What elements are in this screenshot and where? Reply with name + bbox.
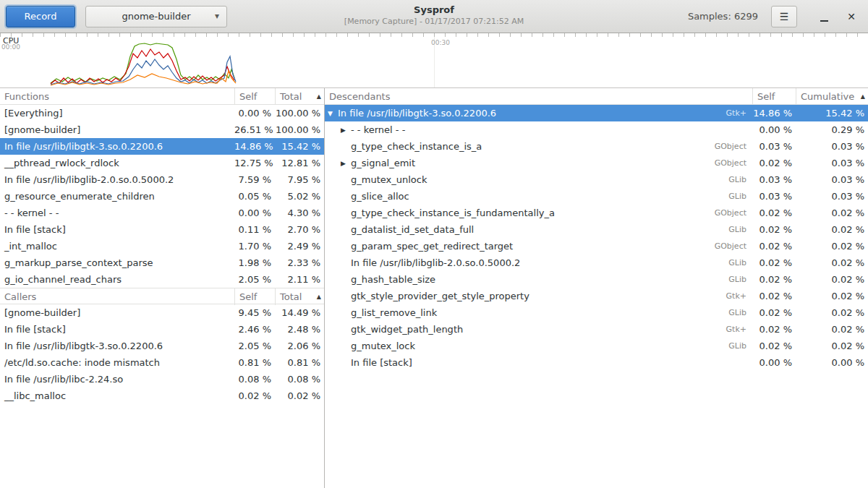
content-panes: Functions Self Total ▲ [Everything]0.00 …	[0, 88, 868, 488]
self-value: 26.51 %	[234, 124, 275, 135]
tree-row[interactable]: g_list_remove_linkGLib0.02 %0.02 %	[325, 304, 868, 321]
tree-row[interactable]: g_param_spec_get_redirect_targetGObject0…	[325, 238, 868, 254]
expander-icon[interactable]: ▶	[341, 127, 351, 134]
tree-row[interactable]: gtk_widget_path_lengthGtk+0.02 %0.02 %	[325, 321, 868, 338]
callers-column-header[interactable]: Callers	[0, 291, 234, 302]
menu-button[interactable]: ☰	[771, 6, 797, 27]
tree-row[interactable]: g_datalist_id_set_data_fullGLib0.02 %0.0…	[325, 221, 868, 238]
minimize-icon	[820, 20, 828, 22]
table-row[interactable]: [gnome-builder]9.45 %14.49 %	[0, 304, 324, 321]
minimize-button[interactable]	[813, 6, 835, 27]
table-row[interactable]: In file /usr/lib/libgtk-3.so.0.2200.614.…	[0, 138, 324, 155]
tree-row[interactable]: g_mutex_lockGLib0.02 %0.02 %	[325, 338, 868, 354]
callers-total-column-header[interactable]: Total ▲	[275, 288, 324, 305]
process-selector-label: gnome-builder	[122, 11, 190, 22]
library-badge: GObject	[702, 208, 752, 218]
descendants-cumulative-column-header[interactable]: Cumulative ▲	[796, 88, 868, 105]
tree-row[interactable]: g_hash_table_sizeGLib0.02 %0.02 %	[325, 271, 868, 288]
samples-count: Samples: 6299	[688, 11, 758, 22]
self-value: 0.02 %	[752, 257, 796, 268]
callers-total-column-label: Total	[280, 291, 302, 302]
self-value: 14.86 %	[752, 108, 796, 119]
total-value: 0.08 %	[275, 374, 324, 385]
self-value: 1.70 %	[234, 241, 275, 252]
expander-icon[interactable]: ▶	[341, 160, 351, 167]
table-row[interactable]: g_markup_parse_context_parse1.98 %2.33 %	[0, 254, 324, 271]
tree-row[interactable]: g_slice_allocGLib0.03 %0.03 %	[325, 188, 868, 205]
table-row[interactable]: In file /usr/lib/libgtk-3.so.0.2200.62.0…	[0, 338, 324, 354]
table-row[interactable]: [Everything]0.00 %100.00 %	[0, 105, 324, 121]
function-name: g_datalist_id_set_data_full	[351, 224, 474, 235]
descendants-column-header[interactable]: Descendants	[325, 91, 752, 102]
table-row[interactable]: In file /usr/lib/libc-2.24.so0.08 %0.08 …	[0, 371, 324, 388]
tree-row[interactable]: g_mutex_unlockGLib0.03 %0.03 %	[325, 171, 868, 188]
tree-row[interactable]: g_type_check_instance_is_fundamentally_a…	[325, 205, 868, 221]
function-name: In file /usr/lib/libglib-2.0.so.0.5000.2	[0, 174, 234, 185]
functions-self-column-header[interactable]: Self	[234, 88, 275, 105]
self-value: 0.08 %	[234, 374, 275, 385]
function-name: In file /usr/lib/libgtk-3.so.0.2200.6	[0, 341, 234, 351]
process-selector[interactable]: gnome-builder ▾	[85, 6, 227, 27]
tree-row[interactable]: ▶g_signal_emitGObject0.02 %0.03 %	[325, 155, 868, 171]
table-row[interactable]: - - kernel - -0.00 %4.30 %	[0, 205, 324, 221]
table-row[interactable]: [gnome-builder]26.51 %100.00 %	[0, 121, 324, 138]
total-value: 4.30 %	[275, 207, 324, 218]
descendant-name-cell: g_mutex_unlock	[325, 174, 702, 185]
library-badge: GLib	[702, 225, 752, 234]
sort-indicator-icon: ▲	[317, 294, 321, 300]
self-value: 2.05 %	[234, 341, 275, 351]
function-name: g_markup_parse_context_parse	[0, 257, 234, 268]
cumulative-value: 0.02 %	[796, 307, 868, 318]
self-value: 0.03 %	[752, 174, 796, 185]
cumulative-value: 0.03 %	[796, 191, 868, 202]
function-name: g_mutex_lock	[351, 341, 415, 351]
self-value: 0.05 %	[234, 191, 275, 202]
functions-total-column-header[interactable]: Total ▲	[275, 88, 324, 105]
total-value: 100.00 %	[275, 108, 324, 119]
table-row[interactable]: In file /usr/lib/libglib-2.0.so.0.5000.2…	[0, 171, 324, 188]
tree-row[interactable]: g_type_check_instance_is_aGObject0.03 %0…	[325, 138, 868, 155]
function-name: gtk_style_provider_get_style_property	[351, 291, 529, 301]
self-value: 0.00 %	[234, 207, 275, 218]
table-row[interactable]: /etc/ld.so.cache: inode mismatch0.81 %0.…	[0, 354, 324, 371]
tree-row[interactable]: In file /usr/lib/libglib-2.0.so.0.5000.2…	[325, 254, 868, 271]
table-row[interactable]: g_io_channel_read_chars2.05 %2.11 %	[0, 271, 324, 288]
table-row[interactable]: In file [stack]2.46 %2.48 %	[0, 321, 324, 338]
close-icon: ✕	[847, 11, 856, 22]
sysprof-window: Record gnome-builder ▾ Sysprof [Memory C…	[0, 0, 868, 488]
tree-row[interactable]: In file [stack]0.00 %0.00 %	[325, 354, 868, 371]
right-pane: Descendants Self Cumulative ▲ ▼In file /…	[325, 88, 868, 488]
library-badge: GLib	[702, 258, 752, 267]
table-row[interactable]: _int_malloc1.70 %2.49 %	[0, 238, 324, 254]
descendants-list: ▼In file /usr/lib/libgtk-3.so.0.2200.6Gt…	[325, 105, 868, 371]
function-name: g_io_channel_read_chars	[0, 274, 234, 285]
callers-self-column-header[interactable]: Self	[234, 288, 275, 305]
sort-indicator-icon: ▲	[861, 93, 865, 100]
function-name: g_type_check_instance_is_fundamentally_a	[351, 207, 555, 218]
left-pane: Functions Self Total ▲ [Everything]0.00 …	[0, 88, 325, 488]
self-value: 0.02 %	[752, 324, 796, 335]
descendant-name-cell: g_type_check_instance_is_a	[325, 141, 702, 152]
tree-row[interactable]: ▶- - kernel - -0.00 %0.29 %	[325, 121, 868, 138]
close-button[interactable]: ✕	[841, 6, 862, 27]
table-row[interactable]: In file [stack]0.11 %2.70 %	[0, 221, 324, 238]
table-row[interactable]: g_resource_enumerate_children0.05 %5.02 …	[0, 188, 324, 205]
table-row[interactable]: __libc_malloc0.02 %0.02 %	[0, 388, 324, 404]
cumulative-value: 0.02 %	[796, 274, 868, 285]
function-name: g_type_check_instance_is_a	[351, 141, 482, 152]
table-row[interactable]: __pthread_rwlock_rdlock12.75 %12.81 %	[0, 155, 324, 171]
tree-row[interactable]: gtk_style_provider_get_style_propertyGtk…	[325, 288, 868, 304]
cumulative-value: 0.03 %	[796, 158, 868, 168]
cumulative-value: 0.02 %	[796, 341, 868, 351]
functions-column-header[interactable]: Functions	[0, 91, 234, 102]
function-name: [Everything]	[0, 108, 234, 119]
total-value: 7.95 %	[275, 174, 324, 185]
cpu-timeline[interactable]: CPU 00:00 00:30	[0, 33, 868, 88]
title-box: Sysprof [Memory Capture] - 01/17/2017 07…	[344, 4, 524, 27]
expander-icon[interactable]: ▼	[328, 110, 338, 117]
function-name: g_mutex_unlock	[351, 174, 427, 185]
record-button[interactable]: Record	[6, 6, 75, 27]
descendants-self-column-header[interactable]: Self	[752, 88, 796, 105]
tree-row[interactable]: ▼In file /usr/lib/libgtk-3.so.0.2200.6Gt…	[325, 105, 868, 121]
self-value: 2.05 %	[234, 274, 275, 285]
